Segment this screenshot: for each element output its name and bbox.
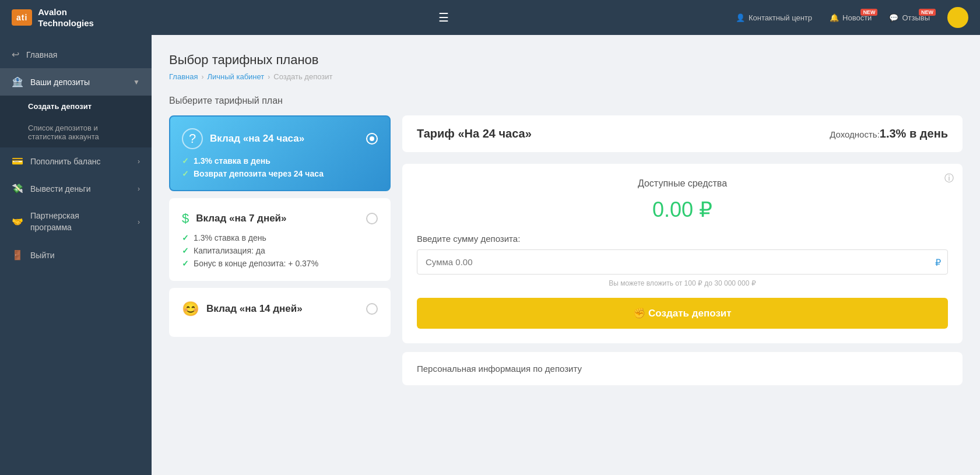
sidebar-item-home[interactable]: ↩ Главная bbox=[0, 41, 152, 68]
funds-card: ⓘ Доступные средства 0.00 ₽ Введите сумм… bbox=[402, 164, 963, 343]
home-icon: ↩ bbox=[12, 49, 19, 60]
sidebar: ↩ Главная 🏦 Ваши депозиты ▼ Создать депо… bbox=[0, 35, 152, 475]
contact-icon: 👤 bbox=[736, 13, 745, 22]
sidebar-label-withdraw: Вывести деньги bbox=[30, 184, 91, 193]
plan-feature-7d-1: ✓ 1.3% ставка в день bbox=[182, 233, 378, 242]
plan-radio-24h[interactable] bbox=[366, 133, 378, 145]
refill-icon: 💳 bbox=[12, 156, 23, 167]
deposits-submenu: Создать депозит Список депозитов истатис… bbox=[0, 96, 152, 147]
plan-header-7d: $ Вклад «на 7 дней» bbox=[182, 211, 378, 226]
plan-feature-7d-2: ✓ Капитализация: да bbox=[182, 246, 378, 255]
sidebar-label-deposits: Ваши депозиты bbox=[30, 78, 90, 87]
logo-icon: ati bbox=[12, 9, 32, 26]
check-icon-2: ✓ bbox=[182, 169, 189, 178]
sidebar-label-partner: Партнерскаяпрограмма bbox=[30, 210, 79, 233]
main-content: Выбор тарифных планов Главная › Личный к… bbox=[152, 35, 980, 475]
breadcrumb-sep2: › bbox=[268, 73, 270, 81]
create-deposit-button[interactable]: ✊ Создать депозит bbox=[417, 298, 948, 329]
submenu-deposit-list[interactable]: Список депозитов истатистика аккаунта bbox=[0, 117, 152, 147]
plan-icon-14d: 😊 bbox=[182, 301, 199, 317]
sidebar-label-logout: Выйти bbox=[30, 251, 54, 260]
plan-card-14d[interactable]: 😊 Вклад «на 14 дней» bbox=[169, 288, 391, 337]
plan-title-area-14d: 😊 Вклад «на 14 дней» bbox=[182, 301, 303, 317]
chevron-right-icon3: › bbox=[138, 218, 140, 226]
funds-label: Доступные средства bbox=[417, 178, 948, 189]
breadcrumb: Главная › Личный кабинет › Создать депоз… bbox=[169, 72, 963, 81]
breadcrumb-cabinet[interactable]: Личный кабинет bbox=[207, 72, 264, 81]
create-button-label: ✊ Создать депозит bbox=[633, 307, 731, 319]
plan-icon-7d: $ bbox=[182, 211, 189, 226]
withdraw-icon: 💸 bbox=[12, 183, 23, 194]
sidebar-label-home: Главная bbox=[26, 50, 57, 59]
plan-radio-14d[interactable] bbox=[366, 303, 378, 315]
plan-features-7d: ✓ 1.3% ставка в день ✓ Капитализация: да… bbox=[182, 233, 378, 268]
sidebar-label-refill: Пополнить баланс bbox=[30, 157, 100, 166]
sidebar-item-refill[interactable]: 💳 Пополнить баланс › bbox=[0, 147, 152, 175]
info-icon[interactable]: ⓘ bbox=[944, 173, 954, 185]
header-nav: 👤 Контактный центр 🔔 Новости NEW 💬 Отзыв… bbox=[736, 7, 968, 28]
main-layout: ↩ Главная 🏦 Ваши депозиты ▼ Создать депо… bbox=[0, 35, 980, 475]
plans-list: ? Вклад «на 24 часа» ✓ 1.3% ставка в ден… bbox=[169, 115, 391, 385]
avatar[interactable] bbox=[947, 7, 968, 28]
plan-title-24h: Вклад «на 24 часа» bbox=[210, 133, 304, 145]
reviews-new-badge: NEW bbox=[919, 9, 936, 16]
personal-info-section: Персональная информация по депозиту bbox=[402, 352, 963, 385]
plan-features-24h: ✓ 1.3% ставка в день ✓ Возврат депозита … bbox=[182, 156, 378, 178]
detail-panel: Тариф «На 24 часа» Доходность:1.3% в ден… bbox=[402, 115, 963, 385]
partner-icon: 🤝 bbox=[12, 216, 23, 227]
plan-title-7d: Вклад «на 7 дней» bbox=[196, 213, 286, 224]
chat-icon: 💬 bbox=[889, 13, 898, 22]
plans-and-detail: ? Вклад «на 24 часа» ✓ 1.3% ставка в ден… bbox=[169, 115, 963, 385]
news-link[interactable]: 🔔 Новости NEW bbox=[830, 13, 872, 22]
plan-title-14d: Вклад «на 14 дней» bbox=[206, 303, 303, 315]
plan-icon-24h: ? bbox=[182, 128, 203, 149]
breadcrumb-current: Создать депозит bbox=[273, 72, 332, 81]
check-icon-5: ✓ bbox=[182, 259, 189, 268]
check-icon-4: ✓ bbox=[182, 246, 189, 255]
plan-feature-24h-2: ✓ Возврат депозита через 24 часа bbox=[182, 169, 378, 178]
breadcrumb-home[interactable]: Главная bbox=[169, 72, 198, 81]
detail-yield: Доходность:1.3% в день bbox=[830, 127, 948, 140]
plan-card-7d[interactable]: $ Вклад «на 7 дней» ✓ 1.3% ставка в день… bbox=[169, 198, 391, 281]
amount-input-wrapper: ₽ bbox=[417, 249, 948, 275]
reviews-link[interactable]: 💬 Отзывы NEW bbox=[889, 13, 930, 22]
brand-name: AvalonTechnologies bbox=[38, 6, 94, 29]
personal-info-title: Персональная информация по депозиту bbox=[417, 364, 948, 374]
amount-input[interactable] bbox=[417, 249, 948, 275]
chevron-right-icon: › bbox=[138, 157, 140, 166]
plan-feature-24h-1: ✓ 1.3% ставка в день bbox=[182, 156, 378, 166]
detail-title: Тариф «На 24 часа» bbox=[417, 127, 532, 140]
sidebar-item-withdraw[interactable]: 💸 Вывести деньги › bbox=[0, 175, 152, 202]
plan-header-14d: 😊 Вклад «на 14 дней» bbox=[182, 301, 378, 317]
detail-yield-value: 1.3% в день bbox=[880, 127, 948, 140]
check-icon-3: ✓ bbox=[182, 233, 189, 242]
section-title: Выберите тарифный план bbox=[169, 96, 963, 106]
ruble-icon: ₽ bbox=[935, 256, 941, 268]
detail-header: Тариф «На 24 часа» Доходность:1.3% в ден… bbox=[402, 115, 963, 152]
funds-amount: 0.00 ₽ bbox=[417, 198, 948, 222]
contact-center-link[interactable]: 👤 Контактный центр bbox=[736, 13, 812, 22]
plan-title-area-24h: ? Вклад «на 24 часа» bbox=[182, 128, 304, 149]
news-new-badge: NEW bbox=[860, 9, 877, 16]
check-icon-1: ✓ bbox=[182, 156, 189, 166]
page-title: Выбор тарифных планов bbox=[169, 52, 963, 68]
sidebar-item-logout[interactable]: 🚪 Выйти bbox=[0, 241, 152, 269]
logout-icon: 🚪 bbox=[12, 249, 23, 261]
deposits-icon: 🏦 bbox=[12, 76, 23, 87]
plan-header-24h: ? Вклад «на 24 часа» bbox=[182, 128, 378, 149]
input-label: Введите сумму депозита: bbox=[417, 234, 948, 244]
plan-card-24h[interactable]: ? Вклад «на 24 часа» ✓ 1.3% ставка в ден… bbox=[169, 115, 391, 191]
sidebar-item-deposits[interactable]: 🏦 Ваши депозиты ▼ bbox=[0, 68, 152, 96]
input-hint: Вы можете вложить от 100 ₽ до 30 000 000… bbox=[417, 279, 948, 287]
sidebar-item-partner[interactable]: 🤝 Партнерскаяпрограмма › bbox=[0, 202, 152, 241]
plan-title-area-7d: $ Вклад «на 7 дней» bbox=[182, 211, 287, 226]
plan-radio-7d[interactable] bbox=[366, 213, 378, 224]
logo-area: ati AvalonTechnologies bbox=[12, 6, 163, 29]
submenu-create-deposit[interactable]: Создать депозит bbox=[0, 96, 152, 117]
breadcrumb-sep1: › bbox=[201, 73, 203, 81]
bell-icon: 🔔 bbox=[830, 13, 839, 22]
chevron-down-icon: ▼ bbox=[133, 78, 140, 86]
top-header: ati AvalonTechnologies ☰ 👤 Контактный це… bbox=[0, 0, 980, 35]
hamburger-button[interactable]: ☰ bbox=[438, 10, 449, 24]
plan-feature-7d-3: ✓ Бонус в конце депозита: + 0.37% bbox=[182, 259, 378, 268]
